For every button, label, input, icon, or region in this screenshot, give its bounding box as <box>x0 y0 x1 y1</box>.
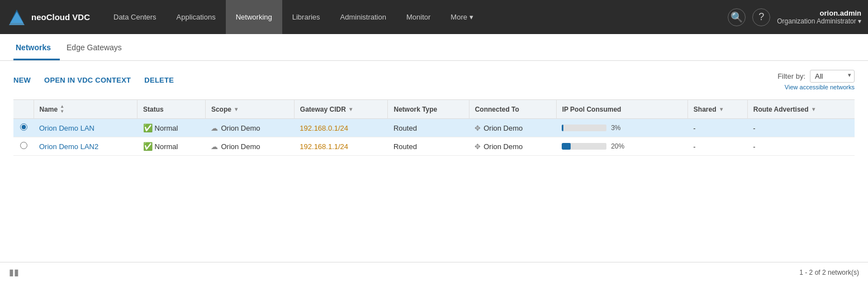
username: orion.admin <box>777 9 861 17</box>
subtab-bar: Networks Edge Gateways <box>0 34 868 61</box>
app-logo[interactable]: neoCloud VDC <box>7 7 90 27</box>
nav-libraries[interactable]: Libraries <box>282 0 330 34</box>
col-scope[interactable]: Scope ▾ <box>205 100 294 119</box>
delete-button[interactable]: DELETE <box>144 76 174 84</box>
row-select-cell[interactable] <box>13 137 34 156</box>
col-status: Status <box>137 100 206 119</box>
row-network-type: Routed <box>388 119 469 137</box>
col-ip-pool: IP Pool Consumed <box>556 100 687 119</box>
filter-row: Filter by: All <box>777 70 855 83</box>
row-connected-to: ✥Orion Demo <box>469 119 556 137</box>
filter-area: Filter by: All View accessible networks <box>777 70 855 90</box>
nav-links: Data Centers Applications Networking Lib… <box>103 0 728 34</box>
row-ip-pool: 20% <box>556 137 687 156</box>
row-status: ✅Normal <box>137 119 206 137</box>
row-gateway-cidr: 192.168.1.1/24 <box>294 137 388 156</box>
filter-select-wrap: All <box>810 70 855 83</box>
sort-desc-icon: ▼ <box>60 109 64 114</box>
ip-bar-background <box>562 125 606 131</box>
table-footer: ▮▮ 1 - 2 of 2 network(s) <box>0 262 868 282</box>
row-radio[interactable] <box>20 123 27 131</box>
row-route-advertised: - <box>747 137 855 156</box>
row-name: Orion Demo LAN2 <box>34 137 137 156</box>
toolbar: NEW OPEN IN VDC CONTEXT DELETE Filter by… <box>13 70 855 90</box>
gateway-filter-icon[interactable]: ▾ <box>349 106 352 112</box>
help-button[interactable]: ? <box>752 8 770 26</box>
tab-networks[interactable]: Networks <box>13 43 60 60</box>
col-network-type: Network Type <box>388 100 469 119</box>
col-route-advertised[interactable]: Route Advertised ▾ <box>747 100 855 119</box>
ip-pool-percentage: 20% <box>611 142 624 150</box>
status-ok-icon: ✅ <box>143 142 153 151</box>
connected-text: Orion Demo <box>483 142 523 151</box>
col-select <box>13 100 34 119</box>
pagination-info: 1 - 2 of 2 network(s) <box>799 269 859 276</box>
ip-bar-fill <box>562 125 563 131</box>
connected-icon: ✥ <box>475 142 481 151</box>
col-connected-to: Connected To <box>469 100 556 119</box>
scope-text: Orion Demo <box>221 142 260 151</box>
user-role: Organization Administrator ▾ <box>777 17 861 25</box>
filter-select[interactable]: All <box>810 70 855 83</box>
open-vdc-context-button[interactable]: OPEN IN VDC CONTEXT <box>44 76 131 84</box>
row-shared: - <box>687 119 747 137</box>
new-button[interactable]: NEW <box>13 76 31 84</box>
tab-edge-gateways[interactable]: Edge Gateways <box>64 43 131 60</box>
col-gateway-cidr[interactable]: Gateway CIDR ▾ <box>294 100 388 119</box>
route-filter-icon[interactable]: ▾ <box>812 106 815 112</box>
table-row[interactable]: Orion Demo LAN✅Normal☁Orion Demo192.168.… <box>13 119 855 137</box>
main-content: NEW OPEN IN VDC CONTEXT DELETE Filter by… <box>0 61 868 262</box>
row-name: Orion Demo LAN <box>34 119 137 137</box>
user-menu[interactable]: orion.admin Organization Administrator ▾ <box>777 9 861 25</box>
row-route-advertised: - <box>747 119 855 137</box>
sort-asc-icon: ▲ <box>60 104 64 109</box>
row-connected-to: ✥Orion Demo <box>469 137 556 156</box>
shared-filter-icon[interactable]: ▾ <box>720 106 723 112</box>
row-ip-pool: 3% <box>556 119 687 137</box>
connected-text: Orion Demo <box>483 124 523 132</box>
table-row[interactable]: Orion Demo LAN2✅Normal☁Orion Demo192.168… <box>13 137 855 156</box>
row-gateway-cidr: 192.168.0.1/24 <box>294 119 388 137</box>
topnav-right: 🔍 ? orion.admin Organization Administrat… <box>728 8 861 26</box>
view-accessible-link[interactable]: View accessible networks <box>785 84 855 90</box>
row-shared: - <box>687 137 747 156</box>
network-name-link[interactable]: Orion Demo LAN <box>39 124 94 132</box>
col-shared[interactable]: Shared ▾ <box>687 100 747 119</box>
status-ok-icon: ✅ <box>143 123 153 132</box>
top-navigation: neoCloud VDC Data Centers Applications N… <box>0 0 868 34</box>
network-name-link[interactable]: Orion Demo LAN2 <box>39 142 98 151</box>
scope-cloud-icon: ☁ <box>211 142 218 151</box>
app-title: neoCloud VDC <box>31 12 90 22</box>
nav-more[interactable]: More ▾ <box>440 0 483 34</box>
connected-icon: ✥ <box>475 124 481 132</box>
row-network-type: Routed <box>388 137 469 156</box>
row-scope: ☁Orion Demo <box>205 119 294 137</box>
row-status: ✅Normal <box>137 137 206 156</box>
scope-cloud-icon: ☁ <box>211 124 218 132</box>
svg-marker-1 <box>9 12 25 25</box>
row-radio[interactable] <box>20 142 27 149</box>
ip-bar-fill <box>562 143 571 150</box>
status-text: Normal <box>155 124 178 132</box>
nav-monitor[interactable]: Monitor <box>396 0 440 34</box>
logo-icon <box>7 7 27 27</box>
nav-administration[interactable]: Administration <box>330 0 396 34</box>
ip-bar-background <box>562 143 606 150</box>
scope-text: Orion Demo <box>221 124 260 132</box>
nav-applications[interactable]: Applications <box>167 0 226 34</box>
col-name[interactable]: Name ▲ ▼ <box>34 100 137 119</box>
scope-filter-icon[interactable]: ▾ <box>235 106 238 112</box>
sort-name[interactable]: ▲ ▼ <box>60 104 64 114</box>
nav-networking[interactable]: Networking <box>226 0 282 34</box>
status-text: Normal <box>155 142 178 151</box>
row-scope: ☁Orion Demo <box>205 137 294 156</box>
filter-label: Filter by: <box>777 72 805 80</box>
ip-pool-percentage: 3% <box>611 124 620 132</box>
networks-table: Name ▲ ▼ Status Scope ▾ <box>13 99 855 156</box>
columns-icon[interactable]: ▮▮ <box>9 267 19 278</box>
table-header: Name ▲ ▼ Status Scope ▾ <box>13 100 855 119</box>
row-select-cell[interactable] <box>13 119 34 137</box>
nav-datacenters[interactable]: Data Centers <box>103 0 167 34</box>
search-button[interactable]: 🔍 <box>728 8 746 26</box>
